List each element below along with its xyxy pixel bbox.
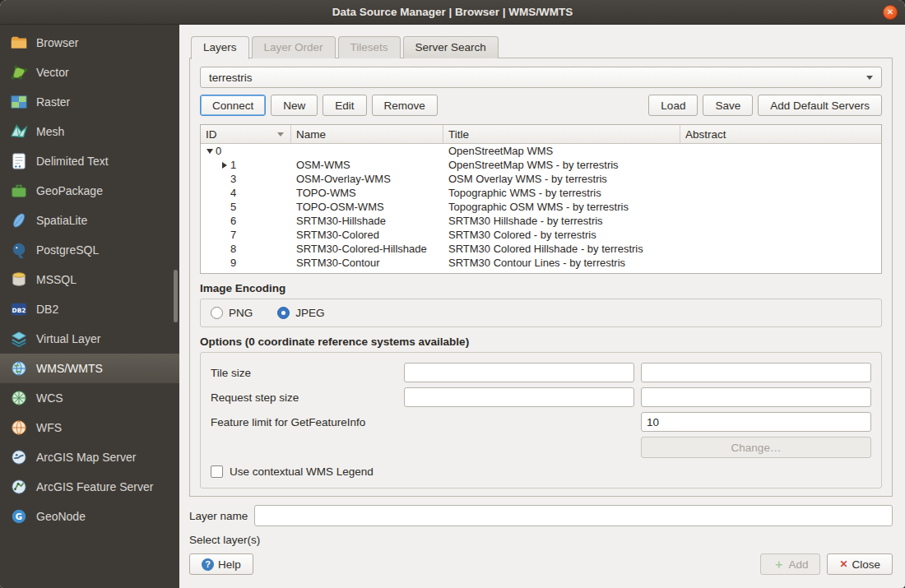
svg-text:DB2: DB2 (12, 307, 26, 314)
request-step-x-input[interactable] (404, 387, 634, 407)
sidebar-item-label: GeoNode (36, 510, 86, 523)
column-header-label: Title (448, 128, 469, 141)
sidebar-item-mssql[interactable]: MSSQL (0, 265, 179, 294)
layer-name-input[interactable] (254, 505, 893, 526)
geopackage-icon (10, 182, 28, 200)
window-title: Data Source Manager | Browser | WMS/WMTS (332, 6, 573, 18)
png-radio[interactable]: PNG (211, 307, 253, 319)
image-encoding-group: PNG JPEG (200, 299, 882, 327)
png-radio-label: PNG (229, 307, 253, 319)
connection-buttons: Connect New Edit Remove Load Save Add De… (200, 95, 882, 116)
layers-table: ID Name Title Abstract 0 OpenStreetMap W… (200, 124, 882, 274)
radio-checked-icon (277, 307, 290, 319)
jpeg-radio-label: JPEG (295, 307, 324, 319)
mesh-icon (10, 123, 28, 141)
row-id: 1 (230, 159, 236, 171)
column-header-label: Name (296, 128, 326, 141)
table-row[interactable]: 1 OSM-WMS OpenStreetMap WMS - by terrest… (201, 158, 881, 172)
sort-indicator-icon (277, 132, 284, 137)
sidebar-item-raster[interactable]: Raster (0, 87, 179, 117)
delimited-text-icon (10, 152, 28, 170)
row-name: SRTM30-Contour (291, 257, 443, 269)
sidebar-item-arcgis-map-server[interactable]: ArcGIS Map Server (0, 442, 179, 472)
sidebar-item-geopackage[interactable]: GeoPackage (0, 176, 179, 206)
sidebar-item-db2[interactable]: DB2 DB2 (0, 294, 179, 324)
sidebar-item-arcgis-feature-server[interactable]: ArcGIS Feature Server (0, 472, 179, 502)
collapse-expander-icon[interactable] (204, 146, 216, 157)
server-connection-select[interactable]: terrestris (200, 67, 882, 88)
sidebar-item-mesh[interactable]: Mesh (0, 117, 179, 146)
sidebar-item-browser[interactable]: Browser (0, 28, 179, 58)
image-encoding-group-label: Image Encoding (200, 282, 882, 294)
column-header-label: Abstract (685, 128, 726, 141)
sidebar-item-spatialite[interactable]: SpatiaLite (0, 206, 179, 235)
postgresql-icon (10, 241, 28, 259)
wfs-icon (10, 419, 28, 437)
expand-expander-icon[interactable] (219, 160, 230, 171)
table-row[interactable]: 7 SRTM30-Colored SRTM30 Colored - by ter… (201, 228, 881, 242)
sidebar-item-geonode[interactable]: G GeoNode (0, 502, 179, 531)
column-header-label: ID (206, 128, 217, 141)
request-step-y-input[interactable] (641, 387, 871, 407)
row-name: TOPO-WMS (291, 187, 443, 199)
tile-size-height-input[interactable] (641, 363, 871, 382)
tab-layers[interactable]: Layers (191, 36, 249, 59)
sidebar-item-wcs[interactable]: WCS (0, 383, 179, 413)
column-header-abstract[interactable]: Abstract (680, 125, 881, 143)
sidebar-item-delimited-text[interactable]: Delimited Text (0, 146, 179, 176)
row-title: Topographic WMS - by terrestris (443, 187, 680, 199)
close-button[interactable]: Close (827, 553, 893, 575)
load-button[interactable]: Load (648, 95, 698, 116)
help-button[interactable]: Help (189, 553, 253, 575)
options-grid: Tile size Request step size Feature limi… (211, 363, 871, 458)
tile-size-width-input[interactable] (404, 363, 634, 382)
db2-icon: DB2 (10, 300, 28, 318)
table-row[interactable]: 9 SRTM30-Contour SRTM30 Contour Lines - … (201, 256, 881, 270)
sidebar-item-virtual-layer[interactable]: Virtual Layer (0, 324, 179, 354)
connect-button[interactable]: Connect (200, 95, 266, 116)
sidebar-scrollbar-thumb[interactable] (174, 270, 178, 322)
sidebar-item-label: PostgreSQL (36, 243, 99, 257)
jpeg-radio[interactable]: JPEG (277, 307, 324, 319)
sidebar-item-vector[interactable]: Vector (0, 58, 179, 87)
sidebar-item-postgresql[interactable]: PostgreSQL (0, 235, 179, 265)
sidebar: Browser Vector Raster Mesh Delimited Tex… (0, 25, 179, 588)
sidebar-item-label: WMS/WMTS (36, 362, 103, 375)
save-button[interactable]: Save (703, 95, 753, 116)
help-button-label: Help (218, 558, 241, 571)
sidebar-item-wms-wmts[interactable]: WMS/WMTS (0, 354, 179, 383)
options-group: Tile size Request step size Feature limi… (200, 352, 882, 488)
tab-server-search[interactable]: Server Search (403, 36, 499, 58)
table-row[interactable]: 4 TOPO-WMS Topographic WMS - by terrestr… (201, 186, 881, 200)
sidebar-item-label: SpatiaLite (36, 214, 87, 227)
close-x-icon (839, 559, 847, 569)
row-title: SRTM30 Colored - by terrestris (443, 229, 680, 241)
sidebar-item-label: MSSQL (36, 273, 77, 286)
column-header-id[interactable]: ID (201, 125, 291, 143)
table-row[interactable]: 5 TOPO-OSM-WMS Topographic OSM WMS - by … (201, 200, 881, 214)
sidebar-item-label: ArcGIS Map Server (36, 451, 136, 464)
row-title: OpenStreetMap WMS - by terrestris (443, 159, 680, 171)
new-button[interactable]: New (271, 95, 318, 116)
table-row[interactable]: 0 OpenStreetMap WMS (201, 144, 881, 158)
row-id: 5 (230, 201, 236, 213)
sidebar-item-label: GeoPackage (36, 184, 103, 197)
feature-limit-input[interactable] (641, 412, 871, 432)
table-row[interactable]: 6 SRTM30-Hillshade SRTM30 Hillshade - by… (201, 214, 881, 228)
expander-placeholder (219, 188, 230, 199)
expander-placeholder (219, 229, 230, 241)
sidebar-item-label: WCS (36, 391, 63, 405)
column-header-title[interactable]: Title (443, 125, 680, 143)
table-row[interactable]: 8 SRTM30-Colored-Hillshade SRTM30 Colore… (201, 242, 881, 256)
row-id: 3 (230, 173, 236, 185)
add-default-servers-button[interactable]: Add Default Servers (758, 95, 882, 116)
sidebar-item-wfs[interactable]: WFS (0, 413, 179, 442)
remove-button[interactable]: Remove (372, 95, 438, 116)
edit-button[interactable]: Edit (323, 95, 366, 116)
table-row[interactable]: 3 OSM-Overlay-WMS OSM Overlay WMS - by t… (201, 172, 881, 186)
contextual-wms-legend-checkbox[interactable]: Use contextual WMS Legend (211, 465, 871, 478)
data-source-manager-window: Data Source Manager | Browser | WMS/WMTS… (0, 0, 905, 588)
expander-placeholder (219, 201, 230, 213)
column-header-name[interactable]: Name (291, 125, 443, 143)
window-close-button[interactable] (883, 5, 898, 20)
